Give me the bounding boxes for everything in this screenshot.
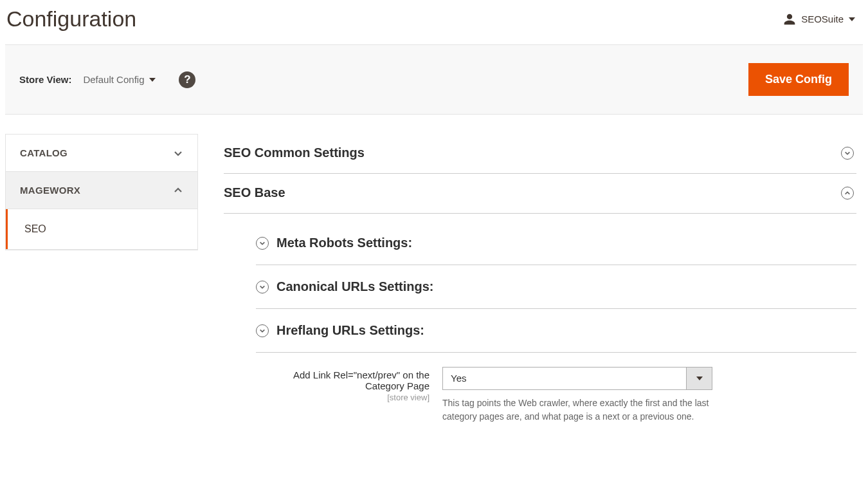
store-view-switcher: Store View: Default Config ? — [19, 71, 195, 88]
subsection-hreflang-urls: Hreflang URLs Settings: — [256, 309, 856, 353]
page-title: Configuration — [6, 6, 136, 32]
section-title: SEO Common Settings — [224, 145, 365, 160]
field-scope: [store view] — [256, 393, 429, 402]
sidebar-section-catalog[interactable]: CATALOG — [6, 135, 197, 172]
sidebar-section-mageworx[interactable]: MAGEWORX — [6, 172, 197, 209]
select-value: Yes — [443, 368, 686, 389]
chevron-down-icon — [686, 368, 712, 389]
section-seo-common: SEO Common Settings — [224, 134, 856, 174]
sidebar-section-label: CATALOG — [20, 147, 68, 158]
store-view-value: Default Config — [83, 74, 144, 85]
expand-icon — [256, 237, 269, 250]
subsections: Meta Robots Settings: Canonical URLs Set… — [224, 214, 856, 430]
sidebar-item-seo[interactable]: SEO — [6, 209, 197, 249]
subsection-header[interactable]: Meta Robots Settings: — [256, 221, 856, 265]
user-icon — [783, 13, 796, 26]
expand-icon — [256, 281, 269, 293]
collapse-icon — [841, 187, 854, 200]
subsection-header[interactable]: Canonical URLs Settings: — [256, 265, 856, 308]
section-header-seo-common[interactable]: SEO Common Settings — [224, 134, 856, 173]
content-area: CATALOG MAGEWORX SEO SEO Common Settings — [0, 115, 868, 456]
field-label-text: Add Link Rel="next/prev" on the Category… — [256, 369, 429, 391]
user-name: SEOSuite — [801, 14, 844, 24]
main-config: SEO Common Settings SEO Base — [224, 134, 863, 430]
field-label: Add Link Rel="next/prev" on the Category… — [256, 367, 429, 424]
subsection-meta-robots: Meta Robots Settings: — [256, 221, 856, 265]
field-rel-next-prev: Add Link Rel="next/prev" on the Category… — [256, 353, 856, 430]
field-control: Yes This tag points the Web crawler, whe… — [442, 367, 712, 424]
section-title: SEO Base — [224, 185, 285, 200]
section-seo-base: SEO Base Meta Robots Settings: — [224, 174, 856, 430]
subsection-title: Meta Robots Settings: — [276, 236, 412, 250]
help-icon[interactable]: ? — [179, 71, 195, 88]
store-view-dropdown[interactable]: Default Config — [83, 74, 156, 85]
subsection-title: Canonical URLs Settings: — [276, 279, 433, 294]
rel-next-prev-select[interactable]: Yes — [442, 367, 712, 390]
save-config-button[interactable]: Save Config — [748, 63, 849, 96]
page-header: Configuration SEOSuite — [0, 0, 868, 44]
toolbar: Store View: Default Config ? Save Config — [5, 44, 863, 115]
sidebar-item-label: SEO — [24, 223, 46, 234]
field-hint: This tag points the Web crawler, where e… — [442, 396, 712, 424]
expand-icon — [256, 324, 269, 337]
config-sidebar: CATALOG MAGEWORX SEO — [5, 134, 198, 250]
chevron-down-icon — [849, 17, 855, 21]
section-header-seo-base[interactable]: SEO Base — [224, 174, 856, 214]
subsection-canonical-urls: Canonical URLs Settings: — [256, 265, 856, 309]
chevron-up-icon — [173, 185, 183, 196]
subsection-header[interactable]: Hreflang URLs Settings: — [256, 309, 856, 352]
chevron-down-icon — [149, 78, 156, 82]
store-view-label: Store View: — [19, 74, 71, 85]
sidebar-section-label: MAGEWORX — [20, 185, 80, 196]
subsection-title: Hreflang URLs Settings: — [276, 323, 424, 338]
user-menu[interactable]: SEOSuite — [783, 13, 855, 26]
chevron-down-icon — [173, 148, 183, 158]
expand-icon — [841, 147, 854, 160]
